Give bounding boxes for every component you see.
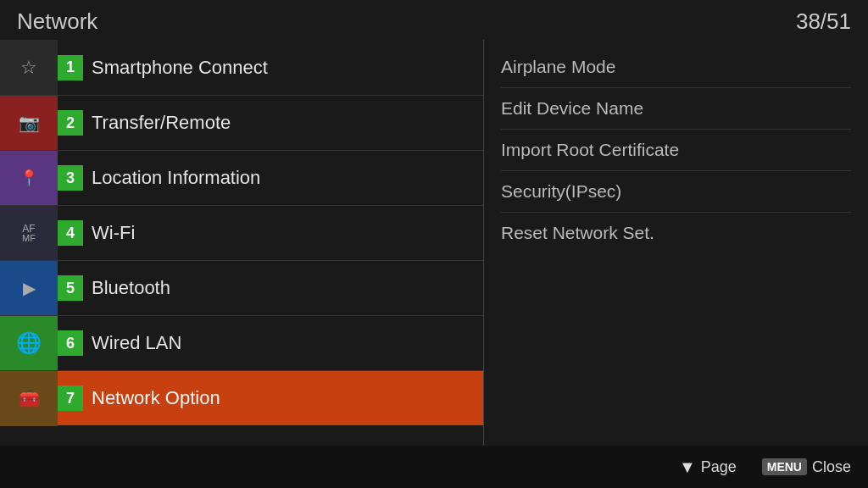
- icon-afmf: AFMF: [0, 206, 58, 261]
- menu-label-2: Transfer/Remote: [92, 112, 483, 134]
- main-content: ☆ 1 Smartphone Connect 📷 2 Transfer/Remo…: [0, 40, 868, 455]
- close-label: Close: [812, 458, 851, 476]
- right-item-5[interactable]: Reset Network Set.: [501, 213, 851, 253]
- footer-close: MENU Close: [762, 458, 851, 476]
- right-item-4[interactable]: Security(IPsec): [501, 171, 851, 213]
- icon-play: ▶: [0, 261, 58, 316]
- menu-label-6: Wired LAN: [92, 332, 483, 354]
- right-item-1[interactable]: Airplane Mode: [501, 47, 851, 88]
- number-badge-3: 3: [58, 165, 83, 191]
- menu-item-2[interactable]: 📷 2 Transfer/Remote: [0, 95, 483, 150]
- footer: ▼ Page MENU Close: [0, 446, 868, 488]
- number-badge-7: 7: [58, 385, 83, 411]
- header: Network 38/51: [0, 0, 868, 40]
- number-badge-6: 6: [58, 330, 83, 356]
- icon-star: ☆: [0, 40, 58, 95]
- menu-label-4: Wi-Fi: [92, 222, 483, 244]
- number-badge-2: 2: [58, 110, 83, 136]
- menu-key-label: MENU: [762, 458, 807, 475]
- icon-location: 📍: [0, 151, 58, 206]
- menu-item-4[interactable]: AFMF 4 Wi-Fi: [0, 205, 483, 260]
- right-item-3[interactable]: Import Root Certificate: [501, 130, 851, 171]
- icon-tools: 🧰: [0, 371, 58, 426]
- icon-camera: 📷: [0, 96, 58, 151]
- number-badge-1: 1: [58, 55, 83, 80]
- menu-list: ☆ 1 Smartphone Connect 📷 2 Transfer/Remo…: [0, 40, 483, 455]
- menu-item-6[interactable]: 🌐 6 Wired LAN: [0, 315, 483, 370]
- menu-item-1[interactable]: ☆ 1 Smartphone Connect: [0, 40, 483, 95]
- pagination: 38/51: [796, 8, 851, 35]
- menu-label-1: Smartphone Connect: [92, 57, 483, 79]
- menu-item-5[interactable]: ▶ 5 Bluetooth: [0, 260, 483, 315]
- right-panel: Airplane Mode Edit Device Name Import Ro…: [483, 40, 868, 455]
- right-item-2[interactable]: Edit Device Name: [501, 88, 851, 130]
- menu-label-5: Bluetooth: [92, 277, 483, 299]
- menu-item-3[interactable]: 📍 3 Location Information: [0, 150, 483, 205]
- page-label: Page: [701, 458, 737, 476]
- icon-globe: 🌐: [0, 316, 58, 371]
- page-triangle-icon: ▼: [679, 458, 696, 477]
- screen: Network 38/51 ☆ 1 Smartphone Connect 📷 2…: [0, 0, 868, 488]
- menu-item-7[interactable]: 🧰 7 Network Option: [0, 370, 483, 425]
- page-title: Network: [17, 8, 97, 35]
- menu-label-7: Network Option: [92, 387, 483, 409]
- number-badge-4: 4: [58, 220, 83, 246]
- number-badge-5: 5: [58, 275, 83, 301]
- menu-label-3: Location Information: [92, 167, 483, 189]
- footer-page: ▼ Page: [679, 458, 737, 477]
